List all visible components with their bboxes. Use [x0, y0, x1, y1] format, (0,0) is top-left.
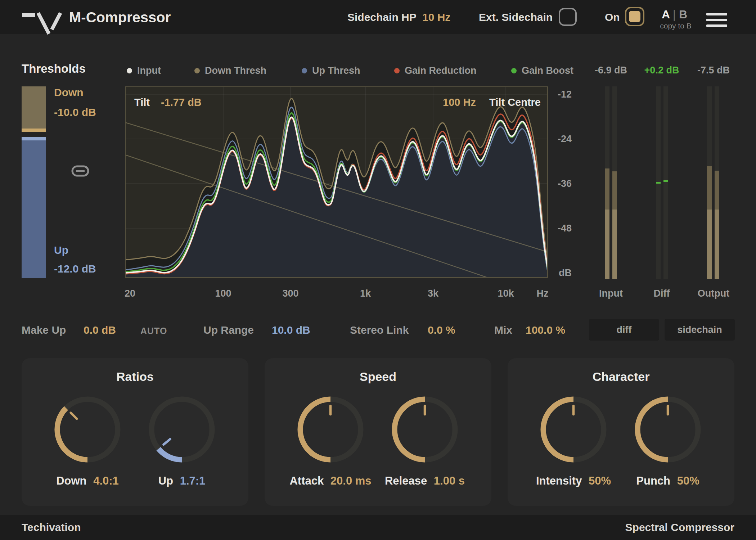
- attack-value[interactable]: 20.0 ms: [330, 474, 372, 487]
- make-up-label: Make Up: [22, 324, 66, 336]
- threshold-slider[interactable]: [22, 86, 46, 278]
- meter-scale-label: dB: [550, 267, 572, 279]
- diff-monitor-button[interactable]: diff: [589, 319, 659, 341]
- release-knob[interactable]: [389, 394, 460, 465]
- ab-selector[interactable]: A | B: [662, 8, 687, 21]
- on-toggle[interactable]: [625, 7, 644, 26]
- tilt-label: Tilt: [134, 96, 150, 108]
- release-label: Release: [385, 474, 427, 487]
- menu-icon: [706, 19, 727, 21]
- sidechain-hp-value[interactable]: 10 Hz: [422, 11, 450, 23]
- knob-arc: [638, 399, 668, 460]
- thresholds-title: Thresholds: [22, 62, 86, 76]
- sidechain-monitor-button[interactable]: sidechain: [665, 319, 735, 341]
- footer-bar: Techivation Spectral Compressor: [0, 515, 756, 540]
- down-ratio-caption: Down 4.0:1: [56, 474, 119, 487]
- meter-fill-lower: [707, 210, 712, 279]
- gain-boost-dot-icon: [511, 68, 517, 73]
- meter-scale-label: -12: [550, 89, 572, 100]
- legend-item-gain-boost[interactable]: Gain Boost: [511, 65, 573, 76]
- input-meter-bar: [612, 86, 617, 279]
- input-level-readout: -6.9 dB: [595, 65, 627, 76]
- down-ratio-value[interactable]: 4.0:1: [93, 474, 119, 487]
- stereo-link-label: Stereo Link: [350, 324, 409, 336]
- freq-tick-label: Hz: [537, 288, 549, 299]
- stereo-link-value[interactable]: 0.0 %: [428, 324, 455, 336]
- legend-item-gain-reduction[interactable]: Gain Reduction: [394, 65, 477, 76]
- up-ratio-caption: Up 1.7:1: [158, 474, 206, 487]
- copy-to-b-button[interactable]: copy to B: [660, 22, 692, 30]
- menu-button[interactable]: [706, 13, 727, 27]
- up-ratio-value[interactable]: 1.7:1: [180, 474, 206, 487]
- diff-meter-bar: [663, 86, 668, 279]
- legend-item-input[interactable]: Input: [127, 65, 161, 76]
- ab-separator: |: [673, 8, 676, 21]
- attack-knob[interactable]: [295, 394, 366, 465]
- knob-arc: [300, 399, 330, 460]
- tilt-centre-value[interactable]: 100 Hz: [443, 96, 476, 108]
- tilt-value[interactable]: -1.77 dB: [161, 96, 202, 108]
- techivation-logo-icon: [22, 10, 65, 35]
- diff-meter-tick: [663, 180, 668, 182]
- ext-sidechain-toggle[interactable]: [559, 8, 577, 26]
- on-label: On: [605, 11, 620, 23]
- knob-pointer: [71, 413, 77, 419]
- sidechain-hp-label: Sidechain HP: [347, 11, 417, 23]
- brand-name: Techivation: [22, 521, 81, 534]
- intensity-knob[interactable]: [538, 394, 609, 465]
- auto-makeup-button[interactable]: AUTO: [140, 326, 167, 336]
- input-dot-icon: [127, 68, 132, 73]
- up-range-label: Up Range: [203, 324, 254, 336]
- product-type: Spectral Compressor: [625, 521, 734, 534]
- down-ratio-label: Down: [56, 474, 86, 487]
- input-meter-label: Input: [599, 288, 623, 299]
- down-threshold-slider-handle[interactable]: [22, 129, 46, 132]
- mix-value[interactable]: 100.0 %: [526, 324, 565, 336]
- up-thresh-dot-icon: [302, 68, 307, 73]
- make-up-value[interactable]: 0.0 dB: [84, 324, 116, 336]
- down-knob[interactable]: [52, 394, 123, 465]
- release-caption: Release 1.00 s: [385, 474, 465, 487]
- up-range-value[interactable]: 10.0 dB: [272, 324, 310, 336]
- diff-meter-label: Diff: [654, 288, 670, 299]
- up-threshold-value[interactable]: -12.0 dB: [54, 263, 96, 275]
- meter-fill-lower: [612, 210, 617, 279]
- up-threshold-slider-handle[interactable]: [22, 137, 46, 140]
- gain-reduction-dot-icon: [394, 68, 400, 73]
- ext-sidechain-label: Ext. Sidechain: [479, 11, 553, 23]
- ab-a[interactable]: A: [662, 8, 670, 21]
- freq-tick-label: 100: [215, 288, 231, 299]
- down-threshold-slider-fill[interactable]: [22, 86, 46, 129]
- intensity-value[interactable]: 50%: [589, 474, 611, 487]
- diff-meter-tick: [656, 182, 661, 184]
- freq-tick-label: 20: [125, 288, 135, 299]
- down-threshold-label: Down: [54, 86, 84, 99]
- meter-fill-upper: [707, 166, 712, 210]
- menu-icon: [706, 24, 727, 27]
- diff-meter-bar: [656, 86, 661, 279]
- down-threshold-value[interactable]: -10.0 dB: [54, 106, 96, 118]
- output-meter-bar: [715, 86, 719, 279]
- top-bar: M-Compressor Sidechain HP 10 Hz Ext. Sid…: [0, 0, 756, 34]
- spectrum-canvas[interactable]: [125, 86, 548, 278]
- release-value[interactable]: 1.00 s: [434, 474, 465, 487]
- up-knob[interactable]: [146, 394, 217, 465]
- legend-label: Up Thresh: [312, 65, 360, 76]
- spectrum-graph[interactable]: Tilt -1.77 dB 100 Hz Tilt Centre: [125, 86, 548, 278]
- punch-knob[interactable]: [632, 394, 703, 465]
- legend-item-down-thresh[interactable]: Down Thresh: [194, 65, 266, 76]
- plugin-window: M-Compressor Sidechain HP 10 Hz Ext. Sid…: [0, 0, 756, 540]
- legend-item-up-thresh[interactable]: Up Thresh: [302, 65, 360, 76]
- link-channels-icon[interactable]: [71, 165, 89, 177]
- meter-scale-label: -36: [550, 178, 572, 189]
- up-ratio-label: Up: [158, 474, 173, 487]
- freq-tick-label: 10k: [498, 288, 514, 299]
- freq-tick-label: 1k: [360, 288, 371, 299]
- legend-label: Gain Boost: [522, 65, 573, 76]
- punch-value[interactable]: 50%: [677, 474, 699, 487]
- ab-b[interactable]: B: [679, 8, 687, 21]
- up-threshold-slider-fill[interactable]: [22, 140, 46, 278]
- freq-tick-label: 300: [282, 288, 298, 299]
- intensity-label: Intensity: [536, 474, 582, 487]
- punch-caption: Punch 50%: [636, 474, 699, 487]
